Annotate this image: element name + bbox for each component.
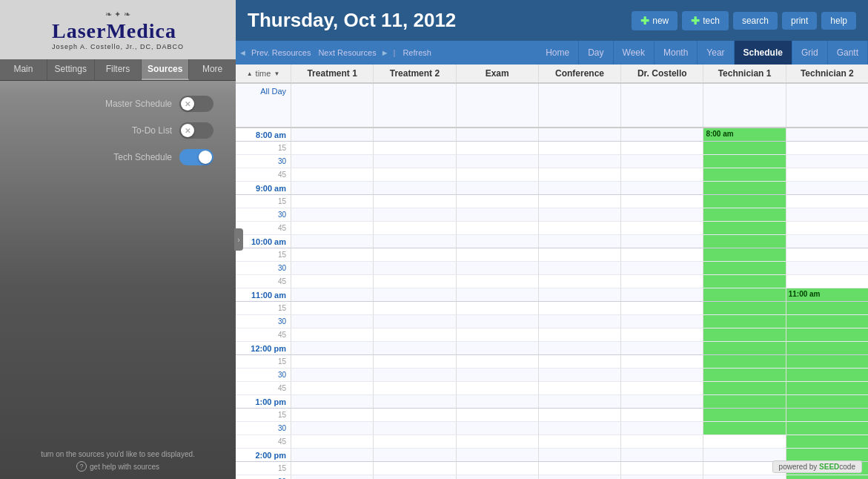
grid-cell[interactable] [539, 435, 621, 449]
grid-cell[interactable] [786, 182, 868, 195]
grid-cell[interactable] [703, 382, 786, 395]
grid-cell[interactable] [539, 475, 621, 479]
grid-cell[interactable] [374, 475, 456, 479]
grid-cell[interactable] [621, 449, 703, 462]
grid-cell[interactable] [539, 182, 621, 195]
grid-cell[interactable] [291, 475, 374, 479]
grid-cell[interactable] [457, 342, 539, 355]
all-day-cell-exam[interactable] [457, 84, 539, 127]
grid-cell[interactable] [703, 248, 786, 262]
new-button[interactable]: ✚ new [632, 11, 677, 30]
grid-cell[interactable] [786, 328, 868, 342]
all-day-cell-conf[interactable] [539, 84, 621, 127]
grid-cell[interactable] [457, 462, 539, 475]
grid-cell[interactable] [539, 315, 621, 328]
grid-cell[interactable] [621, 275, 703, 288]
grid-cell[interactable] [374, 222, 456, 235]
tab-day[interactable]: Day [579, 41, 613, 65]
grid-cell[interactable] [786, 382, 868, 395]
grid-cell[interactable] [457, 275, 539, 288]
grid-cell[interactable] [703, 168, 786, 182]
grid-cell[interactable] [457, 155, 539, 168]
time-column-header[interactable]: ▲ time ▼ [236, 65, 291, 82]
grid-cell[interactable] [539, 235, 621, 248]
grid-cell[interactable] [539, 248, 621, 262]
grid-cell[interactable] [539, 208, 621, 222]
grid-cell[interactable] [703, 182, 786, 195]
grid-cell[interactable] [457, 182, 539, 195]
grid-cell[interactable] [291, 222, 374, 235]
grid-cell[interactable] [703, 288, 786, 302]
tab-year[interactable]: Year [698, 41, 734, 65]
grid-cell[interactable] [374, 288, 456, 302]
grid-cell[interactable] [539, 355, 621, 369]
grid-cell[interactable] [291, 382, 374, 395]
grid-cell[interactable] [374, 462, 456, 475]
grid-cell[interactable] [457, 449, 539, 462]
grid-cell[interactable] [291, 208, 374, 222]
grid-cell[interactable] [457, 142, 539, 155]
grid-cell[interactable] [374, 342, 456, 355]
grid-cell[interactable] [786, 208, 868, 222]
grid-cell[interactable] [374, 409, 456, 422]
grid-cell[interactable] [291, 168, 374, 182]
grid-cell[interactable] [457, 328, 539, 342]
grid-cell[interactable] [621, 382, 703, 395]
tech-button[interactable]: ✚ tech [682, 11, 729, 30]
grid-cell[interactable] [374, 395, 456, 409]
grid-cell[interactable] [539, 382, 621, 395]
grid-cell[interactable] [291, 435, 374, 449]
grid-cell[interactable] [786, 475, 868, 479]
grid-cell[interactable] [374, 302, 456, 315]
grid-cell[interactable] [374, 182, 456, 195]
tab-week[interactable]: Week [614, 41, 655, 65]
grid-cell[interactable] [457, 262, 539, 275]
sidebar-item-settings[interactable]: Settings [47, 59, 95, 80]
grid-cell[interactable]: 8:00 am [703, 128, 786, 142]
grid-cell[interactable] [539, 128, 621, 142]
tab-schedule[interactable]: Schedule [735, 41, 792, 65]
grid-cell[interactable] [374, 235, 456, 248]
grid-cell[interactable] [786, 395, 868, 409]
prev-resources-link[interactable]: Prev. Resources [248, 48, 314, 57]
toggle-master-schedule[interactable]: ✕ [179, 96, 213, 112]
grid-cell[interactable] [539, 168, 621, 182]
grid-cell[interactable] [621, 409, 703, 422]
grid-cell[interactable] [457, 288, 539, 302]
refresh-link[interactable]: Refresh [400, 48, 434, 57]
grid-cell[interactable] [703, 142, 786, 155]
grid-cell[interactable] [291, 262, 374, 275]
grid-cell[interactable] [621, 288, 703, 302]
grid-cell[interactable] [374, 248, 456, 262]
sidebar-item-sources[interactable]: Sources [142, 59, 189, 80]
grid-cell[interactable] [539, 449, 621, 462]
grid-cell[interactable] [786, 248, 868, 262]
grid-cell[interactable] [374, 315, 456, 328]
grid-cell[interactable] [621, 248, 703, 262]
grid-cell[interactable] [291, 342, 374, 355]
grid-cell[interactable] [539, 422, 621, 435]
grid-cell[interactable] [703, 369, 786, 382]
all-day-cell-dr[interactable] [621, 84, 703, 127]
grid-cell[interactable] [539, 222, 621, 235]
grid-cell[interactable] [786, 409, 868, 422]
grid-cell[interactable] [703, 395, 786, 409]
grid-cell[interactable] [457, 475, 539, 479]
grid-cell[interactable] [621, 168, 703, 182]
grid-cell[interactable] [786, 195, 868, 208]
grid-cell[interactable] [621, 422, 703, 435]
grid-cell[interactable] [291, 195, 374, 208]
grid-cell[interactable] [621, 342, 703, 355]
grid-cell[interactable] [374, 382, 456, 395]
grid-cell[interactable] [539, 342, 621, 355]
grid-cell[interactable] [703, 328, 786, 342]
grid-cell[interactable] [374, 142, 456, 155]
grid-cell[interactable] [703, 409, 786, 422]
grid-cell[interactable] [621, 369, 703, 382]
grid-cell[interactable] [291, 302, 374, 315]
grid-cell[interactable] [457, 128, 539, 142]
grid-cell[interactable] [374, 168, 456, 182]
grid-cell[interactable] [539, 142, 621, 155]
grid-cell[interactable] [457, 435, 539, 449]
grid-cell[interactable] [786, 262, 868, 275]
